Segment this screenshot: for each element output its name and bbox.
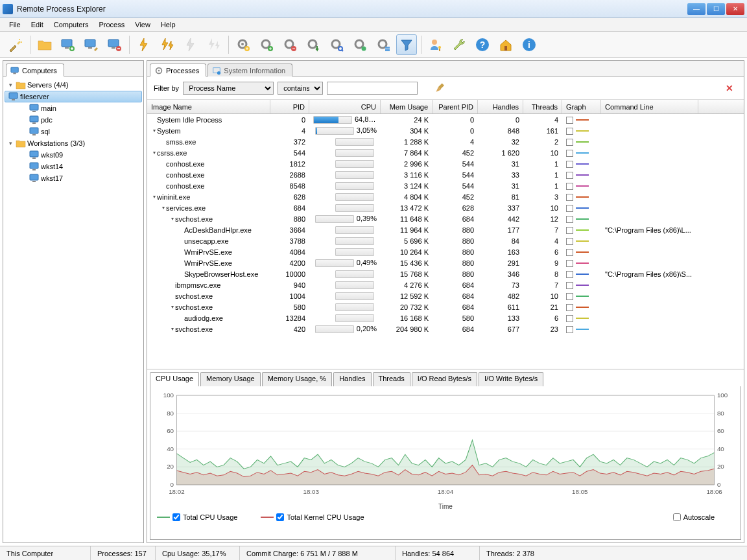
- process-row[interactable]: ▾services.exe 684 13 472 K 628 337 10: [147, 202, 744, 213]
- tree-item-main[interactable]: main: [5, 102, 142, 114]
- tree-item-wkst14[interactable]: wkst14: [5, 161, 142, 172]
- perf-tab-1[interactable]: Memory Usage: [200, 372, 261, 386]
- process-row[interactable]: ▾wininit.exe 628 4 804 K 452 81 3: [147, 191, 744, 202]
- process-row[interactable]: conhost.exe 8548 3 124 K 544 31 1: [147, 180, 744, 191]
- tree-item-wkst17[interactable]: wkst17: [5, 172, 142, 184]
- gear-remove-button[interactable]: [279, 34, 300, 55]
- tree-item-wkst09[interactable]: wkst09: [5, 149, 142, 161]
- menu-computers[interactable]: Computers: [49, 19, 94, 30]
- chevron-down-icon[interactable]: ▾: [169, 304, 175, 310]
- col-cmd[interactable]: Command Line: [601, 100, 698, 113]
- perf-tab-4[interactable]: Threads: [373, 372, 410, 386]
- perf-tab-6[interactable]: I/O Write Bytes/s: [479, 372, 543, 386]
- process-row[interactable]: smss.exe 372 1 288 K 4 32 2: [147, 136, 744, 147]
- home-button[interactable]: [495, 34, 516, 55]
- user-key-button[interactable]: [425, 34, 446, 55]
- bolt-button[interactable]: [134, 34, 154, 55]
- gear-new-button[interactable]: [233, 34, 254, 55]
- tab-sysinfo[interactable]: System Information: [208, 64, 292, 76]
- tree-item-fileserver[interactable]: fileserver: [5, 91, 142, 102]
- help-button[interactable]: ?: [472, 34, 493, 55]
- process-row[interactable]: ▾csrss.exe 544 7 864 K 452 1 620 10: [147, 147, 744, 158]
- gear-find-button[interactable]: [350, 34, 370, 55]
- legend-kernel-checkbox[interactable]: [276, 513, 284, 521]
- wrench-button[interactable]: [449, 34, 469, 55]
- col-handles[interactable]: Handles: [478, 100, 523, 113]
- tab-processes[interactable]: Processes: [150, 64, 206, 76]
- process-row[interactable]: WmiPrvSE.exe 4084 10 264 K 880 163 6: [147, 246, 744, 257]
- process-row[interactable]: SkypeBrowserHost.exe 10000 15 768 K 880 …: [147, 268, 744, 279]
- filter-by-select[interactable]: Process Name: [183, 82, 274, 95]
- info-button[interactable]: i: [519, 34, 540, 55]
- bolt-disabled1-button[interactable]: [180, 34, 201, 55]
- chevron-down-icon[interactable]: ▾: [7, 82, 14, 88]
- legend-cpu-checkbox[interactable]: [172, 513, 180, 521]
- col-cpu[interactable]: CPU: [309, 100, 381, 113]
- chevron-down-icon[interactable]: ▾: [7, 140, 14, 146]
- gear-search-button[interactable]: [326, 34, 347, 55]
- col-image-name[interactable]: Image Name: [147, 100, 270, 113]
- gear-add-button[interactable]: [256, 34, 277, 55]
- process-row[interactable]: ▾svchost.exe 880 0,39% 11 648 K 684 442 …: [147, 213, 744, 224]
- menu-help[interactable]: Help: [156, 19, 181, 30]
- edit-computer-button[interactable]: [81, 34, 102, 55]
- add-computer-button[interactable]: [58, 34, 78, 55]
- chevron-down-icon[interactable]: ▾: [169, 216, 175, 222]
- remove-computer-button[interactable]: [104, 34, 125, 55]
- chevron-down-icon[interactable]: ▾: [169, 326, 175, 332]
- perf-tab-0[interactable]: CPU Usage: [150, 372, 199, 386]
- close-button[interactable]: ✕: [726, 3, 744, 15]
- process-row[interactable]: ▾System 4 3,05% 304 K 0 848 161: [147, 125, 744, 136]
- process-row[interactable]: System Idle Process 0 64,83% 24 K 0 0 4: [147, 114, 744, 125]
- process-row[interactable]: audiodg.exe 13284 16 168 K 580 133 6: [147, 312, 744, 323]
- process-row[interactable]: conhost.exe 1812 2 996 K 544 31 1: [147, 158, 744, 169]
- tree-item-sql[interactable]: sql: [5, 126, 142, 137]
- bolt-disabled2-button[interactable]: [204, 34, 224, 55]
- process-row[interactable]: svchost.exe 1004 12 592 K 684 482 10: [147, 290, 744, 301]
- perf-tab-3[interactable]: Handles: [333, 372, 371, 386]
- bolt-group-button[interactable]: [157, 34, 178, 55]
- close-filter-button[interactable]: ✕: [722, 82, 737, 95]
- col-threads[interactable]: Threads: [523, 100, 562, 113]
- svg-text:0: 0: [717, 481, 720, 488]
- filter-button[interactable]: [396, 34, 417, 55]
- broom-icon[interactable]: [434, 82, 447, 95]
- col-graph[interactable]: Graph: [562, 100, 601, 113]
- process-row[interactable]: ibmpmsvc.exe 940 4 276 K 684 73 7: [147, 279, 744, 290]
- col-ppid[interactable]: Parent PID: [433, 100, 478, 113]
- autoscale-checkbox[interactable]: [673, 513, 681, 521]
- col-mem[interactable]: Mem Usage: [381, 100, 433, 113]
- chevron-down-icon[interactable]: ▾: [160, 205, 166, 211]
- process-row[interactable]: unsecapp.exe 3788 5 696 K 880 84 4: [147, 235, 744, 246]
- wizard-button[interactable]: [5, 34, 26, 55]
- tree-workstations[interactable]: ▾ Workstations (3/3): [5, 137, 142, 149]
- filter-op-select[interactable]: contains: [278, 82, 323, 95]
- menu-edit[interactable]: Edit: [26, 19, 49, 30]
- minimize-button[interactable]: —: [687, 3, 706, 15]
- process-row[interactable]: conhost.exe 2688 3 116 K 544 33 1: [147, 169, 744, 180]
- open-folder-button[interactable]: [34, 34, 55, 55]
- process-row[interactable]: AcDeskBandHlpr.exe 3664 11 964 K 880 177…: [147, 224, 744, 235]
- gear-layers-button[interactable]: [373, 34, 394, 55]
- process-row[interactable]: ▾svchost.exe 420 0,20% 204 980 K 684 677…: [147, 323, 744, 334]
- process-row[interactable]: ▾svchost.exe 580 20 732 K 684 611 21: [147, 301, 744, 312]
- tree-servers[interactable]: ▾ Servers (4/4): [5, 79, 142, 91]
- process-table-header[interactable]: Image Name PID CPU Mem Usage Parent PID …: [147, 100, 744, 114]
- chevron-down-icon[interactable]: ▾: [151, 128, 157, 134]
- gear-down-button[interactable]: [303, 34, 324, 55]
- maximize-button[interactable]: ☐: [707, 3, 725, 15]
- filter-value-input[interactable]: [327, 82, 418, 95]
- menu-view[interactable]: View: [130, 19, 156, 30]
- col-pid[interactable]: PID: [270, 100, 309, 113]
- tab-computers[interactable]: Computers: [6, 64, 64, 76]
- perf-tab-2[interactable]: Memory Usage, %: [262, 372, 332, 386]
- process-table-body[interactable]: System Idle Process 0 64,83% 24 K 0 0 4 …: [147, 114, 744, 369]
- perf-tab-5[interactable]: I/O Read Bytes/s: [412, 372, 477, 386]
- computers-tree[interactable]: ▾ Servers (4/4) fileserver main pdc sql …: [3, 76, 143, 542]
- chevron-down-icon[interactable]: ▾: [151, 194, 157, 200]
- menu-process[interactable]: Process: [94, 19, 130, 30]
- chevron-down-icon[interactable]: ▾: [151, 150, 157, 156]
- tree-item-pdc[interactable]: pdc: [5, 114, 142, 126]
- menu-file[interactable]: File: [4, 19, 26, 30]
- process-row[interactable]: WmiPrvSE.exe 4200 0,49% 15 436 K 880 291…: [147, 257, 744, 268]
